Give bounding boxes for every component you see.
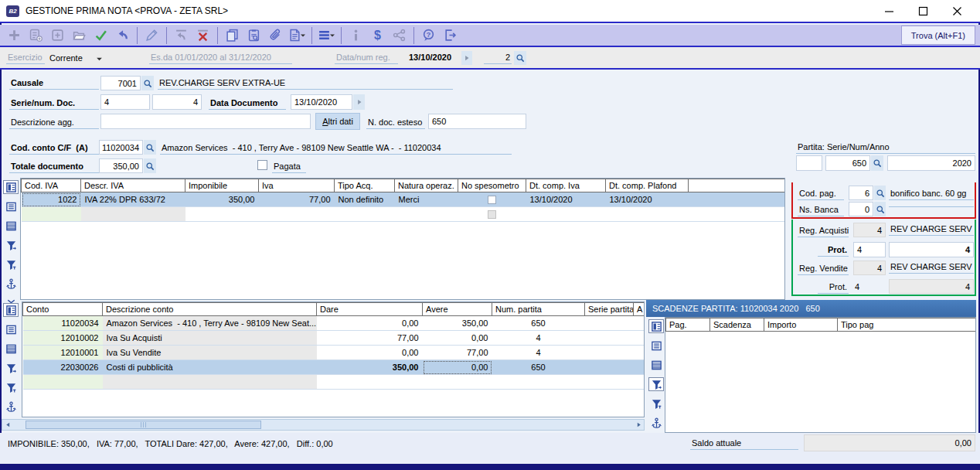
table-card-icon[interactable] [648,319,664,333]
column-header[interactable]: Iva [259,179,335,192]
column-header[interactable]: A [634,303,645,316]
table-row[interactable]: 22030026Costi di pubblicità350,000,00650 [23,360,645,375]
ns-banca-search-icon[interactable] [874,202,886,216]
cell[interactable]: 0,00 [317,346,423,360]
scroll-right-icon[interactable] [634,421,643,429]
cell[interactable]: 12010001 [23,346,103,360]
filter-arrow-icon[interactable] [648,377,664,391]
column-header[interactable]: Scadenza [710,318,764,332]
copy-pages-icon[interactable] [223,26,242,45]
anchor-icon[interactable] [3,400,19,414]
cell[interactable]: 0,00 [317,316,423,331]
column-header[interactable]: Pag. [666,318,710,332]
cell[interactable] [634,316,645,331]
cell[interactable] [395,207,458,222]
partita-serie-field[interactable] [796,155,822,171]
cell[interactable]: 77,00 [317,331,423,346]
maximize-button[interactable] [906,0,940,22]
clipboard-search-icon[interactable] [244,26,264,45]
cell[interactable]: 77,00 [259,192,335,207]
altri-dati-button[interactable]: Altri dati [315,113,360,130]
table-row[interactable]: 11020034Amazon Services - 410 , Terry Av… [23,316,645,331]
cell[interactable] [458,192,526,207]
cell[interactable] [585,331,634,346]
table-row[interactable] [22,207,785,222]
cell[interactable]: IVA 22% DPR 633/72 [81,192,185,207]
partita-num-field[interactable]: 650 [825,155,870,171]
cell[interactable] [423,375,492,390]
descrizione-agg-field[interactable] [100,114,311,129]
filter-flag-icon[interactable] [648,397,664,410]
column-header[interactable]: Conto [23,303,103,316]
data-documento-field[interactable]: 13/10/2020 [291,94,352,110]
cod-conto-search-icon[interactable] [144,140,156,155]
reg-date-value[interactable]: 13/10/2020 [407,53,458,64]
cell[interactable] [81,207,185,222]
share-icon[interactable] [390,26,409,45]
scrollbar-thumb[interactable] [26,421,261,429]
cell[interactable]: 0,00 [423,360,492,375]
ns-banca-field[interactable]: 0 [849,202,873,216]
cell[interactable]: 22030026 [23,360,103,375]
causale-code-field[interactable]: 7001 [100,76,141,90]
table-row[interactable]: 1022IVA 22% DPR 633/72350,0077,00Non def… [22,192,785,207]
cell[interactable] [259,207,335,222]
cell[interactable]: 350,00 [317,360,423,375]
column-header[interactable]: Natura operaz. [395,179,458,192]
anchor-icon[interactable] [648,416,664,430]
column-header[interactable]: Descrizione conto [103,303,317,316]
cell[interactable] [606,207,689,222]
cell[interactable] [585,346,634,360]
serie-doc-field[interactable]: 4 [100,94,150,110]
cell[interactable] [317,375,423,390]
rows-list-icon[interactable] [648,339,664,352]
table-row[interactable] [23,375,645,390]
column-header[interactable]: Dt. comp. Plafond [606,179,689,192]
document-options-icon[interactable] [288,26,307,45]
cell[interactable] [23,375,103,390]
grid-rows-icon[interactable] [648,358,664,372]
totale-search-icon[interactable] [144,158,156,173]
delete-x-icon[interactable] [193,26,213,45]
filter-arrow-icon[interactable] [3,238,19,252]
column-header[interactable]: Cod. IVA [22,179,81,192]
revert-arrow-icon[interactable] [172,26,191,45]
n-doc-esteso-field[interactable]: 650 [428,114,526,129]
data-documento-next-button[interactable] [353,94,365,110]
column-header[interactable]: Avere [423,303,492,316]
new-window-icon[interactable] [48,26,67,45]
num-doc-field[interactable]: 4 [152,94,202,110]
grid-rows-icon[interactable] [3,219,19,233]
esercizio-select[interactable]: Corrente [49,53,83,63]
pagata-checkbox[interactable] [257,160,267,170]
rows-list-icon[interactable] [3,322,19,336]
cell[interactable]: Iva Su Acquisti [103,331,317,346]
help-icon[interactable] [419,26,438,45]
cell[interactable] [458,207,526,222]
cell[interactable] [103,375,317,390]
minimize-button[interactable] [872,0,906,22]
cell[interactable] [585,375,634,390]
column-header[interactable]: Serie partita [585,303,634,316]
cell[interactable]: 650 [492,316,585,331]
cell[interactable]: 11020034 [23,316,103,331]
attachment-paperclip-icon[interactable] [266,26,285,45]
cell[interactable] [335,207,395,222]
cell[interactable]: 77,00 [423,346,492,360]
cell[interactable] [185,207,259,222]
cod-pag-field[interactable]: 6 [849,186,873,200]
causale-search-icon[interactable] [141,76,154,90]
edit-pencil-icon[interactable] [142,26,162,45]
cell[interactable] [585,360,634,375]
column-header[interactable]: Importo [764,318,838,332]
column-header[interactable]: Dare [317,303,423,316]
find-button[interactable]: Trova (Alt+F1) [901,26,975,45]
totale-documento-field[interactable]: 350,00 [99,158,143,173]
cell[interactable] [689,207,785,222]
cell[interactable] [634,346,645,360]
cell[interactable]: 13/10/2020 [526,192,606,207]
date-next-button[interactable] [461,51,472,65]
cell[interactable]: 350,00 [423,316,492,331]
scroll-left-icon[interactable] [3,421,12,429]
cell[interactable]: Amazon Services - 410 , Terry Ave - 9810… [103,316,317,331]
